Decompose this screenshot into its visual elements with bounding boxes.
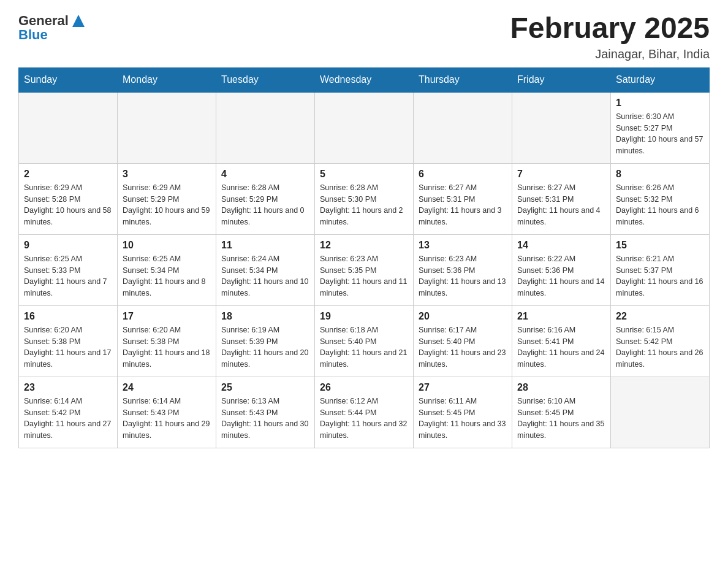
calendar-cell: 12Sunrise: 6:23 AM Sunset: 5:35 PM Dayli… [315, 234, 414, 305]
day-info: Sunrise: 6:27 AM Sunset: 5:31 PM Dayligh… [517, 182, 605, 228]
calendar-cell: 14Sunrise: 6:22 AM Sunset: 5:36 PM Dayli… [512, 234, 611, 305]
weekday-header-tuesday: Tuesday [216, 67, 315, 92]
weekday-header-friday: Friday [512, 67, 611, 92]
day-number: 4 [221, 169, 309, 180]
calendar-cell [512, 92, 611, 164]
day-number: 23 [24, 382, 112, 393]
day-info: Sunrise: 6:23 AM Sunset: 5:36 PM Dayligh… [419, 253, 507, 299]
calendar-cell: 27Sunrise: 6:11 AM Sunset: 5:45 PM Dayli… [414, 377, 512, 448]
calendar-cell [118, 92, 216, 164]
calendar-cell [414, 92, 512, 164]
day-info: Sunrise: 6:22 AM Sunset: 5:36 PM Dayligh… [517, 253, 605, 299]
day-number: 18 [221, 311, 309, 322]
calendar-cell: 4Sunrise: 6:28 AM Sunset: 5:29 PM Daylig… [216, 163, 315, 234]
day-number: 16 [24, 311, 112, 322]
calendar-cell: 20Sunrise: 6:17 AM Sunset: 5:40 PM Dayli… [414, 305, 512, 377]
calendar-cell: 5Sunrise: 6:28 AM Sunset: 5:30 PM Daylig… [315, 163, 414, 234]
day-number: 26 [320, 382, 408, 393]
day-number: 9 [24, 240, 112, 251]
calendar-cell: 24Sunrise: 6:14 AM Sunset: 5:43 PM Dayli… [118, 377, 216, 448]
day-info: Sunrise: 6:18 AM Sunset: 5:40 PM Dayligh… [320, 324, 408, 370]
week-row-3: 9Sunrise: 6:25 AM Sunset: 5:33 PM Daylig… [19, 234, 710, 305]
week-row-1: 1Sunrise: 6:30 AM Sunset: 5:27 PM Daylig… [19, 92, 710, 164]
day-info: Sunrise: 6:16 AM Sunset: 5:41 PM Dayligh… [517, 324, 605, 370]
day-info: Sunrise: 6:23 AM Sunset: 5:35 PM Dayligh… [320, 253, 408, 299]
calendar-cell: 3Sunrise: 6:29 AM Sunset: 5:29 PM Daylig… [118, 163, 216, 234]
day-info: Sunrise: 6:28 AM Sunset: 5:30 PM Dayligh… [320, 182, 408, 228]
day-number: 12 [320, 240, 408, 251]
calendar-cell: 25Sunrise: 6:13 AM Sunset: 5:43 PM Dayli… [216, 377, 315, 448]
day-info: Sunrise: 6:19 AM Sunset: 5:39 PM Dayligh… [221, 324, 309, 370]
calendar-cell: 7Sunrise: 6:27 AM Sunset: 5:31 PM Daylig… [512, 163, 611, 234]
day-number: 7 [517, 169, 605, 180]
calendar-cell: 10Sunrise: 6:25 AM Sunset: 5:34 PM Dayli… [118, 234, 216, 305]
calendar-cell: 13Sunrise: 6:23 AM Sunset: 5:36 PM Dayli… [414, 234, 512, 305]
calendar-cell [216, 92, 315, 164]
day-info: Sunrise: 6:20 AM Sunset: 5:38 PM Dayligh… [123, 324, 211, 370]
weekday-header-sunday: Sunday [19, 67, 118, 92]
day-info: Sunrise: 6:14 AM Sunset: 5:43 PM Dayligh… [123, 396, 211, 442]
logo-icon [70, 12, 87, 29]
day-info: Sunrise: 6:27 AM Sunset: 5:31 PM Dayligh… [419, 182, 507, 228]
calendar-cell [19, 92, 118, 164]
day-info: Sunrise: 6:10 AM Sunset: 5:45 PM Dayligh… [517, 396, 605, 442]
calendar-cell: 2Sunrise: 6:29 AM Sunset: 5:28 PM Daylig… [19, 163, 118, 234]
weekday-header-saturday: Saturday [611, 67, 710, 92]
day-number: 20 [419, 311, 507, 322]
week-row-2: 2Sunrise: 6:29 AM Sunset: 5:28 PM Daylig… [19, 163, 710, 234]
day-number: 15 [616, 240, 704, 251]
calendar-cell: 28Sunrise: 6:10 AM Sunset: 5:45 PM Dayli… [512, 377, 611, 448]
week-row-5: 23Sunrise: 6:14 AM Sunset: 5:42 PM Dayli… [19, 377, 710, 448]
day-number: 14 [517, 240, 605, 251]
logo: General Blue [18, 12, 87, 43]
day-info: Sunrise: 6:20 AM Sunset: 5:38 PM Dayligh… [24, 324, 112, 370]
day-info: Sunrise: 6:25 AM Sunset: 5:34 PM Dayligh… [123, 253, 211, 299]
day-number: 3 [123, 169, 211, 180]
calendar-cell: 16Sunrise: 6:20 AM Sunset: 5:38 PM Dayli… [19, 305, 118, 377]
weekday-header-row: SundayMondayTuesdayWednesdayThursdayFrid… [19, 67, 710, 92]
calendar-cell: 23Sunrise: 6:14 AM Sunset: 5:42 PM Dayli… [19, 377, 118, 448]
day-info: Sunrise: 6:15 AM Sunset: 5:42 PM Dayligh… [616, 324, 704, 370]
day-number: 11 [221, 240, 309, 251]
day-info: Sunrise: 6:24 AM Sunset: 5:34 PM Dayligh… [221, 253, 309, 299]
day-info: Sunrise: 6:25 AM Sunset: 5:33 PM Dayligh… [24, 253, 112, 299]
day-number: 2 [24, 169, 112, 180]
calendar-cell: 9Sunrise: 6:25 AM Sunset: 5:33 PM Daylig… [19, 234, 118, 305]
day-info: Sunrise: 6:14 AM Sunset: 5:42 PM Dayligh… [24, 396, 112, 442]
day-number: 22 [616, 311, 704, 322]
day-number: 8 [616, 169, 704, 180]
day-info: Sunrise: 6:29 AM Sunset: 5:29 PM Dayligh… [123, 182, 211, 228]
svg-marker-0 [72, 15, 85, 27]
location-text: Jainagar, Bihar, India [510, 47, 710, 61]
calendar-cell: 11Sunrise: 6:24 AM Sunset: 5:34 PM Dayli… [216, 234, 315, 305]
day-number: 21 [517, 311, 605, 322]
day-info: Sunrise: 6:13 AM Sunset: 5:43 PM Dayligh… [221, 396, 309, 442]
day-info: Sunrise: 6:21 AM Sunset: 5:37 PM Dayligh… [616, 253, 704, 299]
calendar-cell: 15Sunrise: 6:21 AM Sunset: 5:37 PM Dayli… [611, 234, 710, 305]
calendar-cell: 1Sunrise: 6:30 AM Sunset: 5:27 PM Daylig… [611, 92, 710, 164]
day-number: 19 [320, 311, 408, 322]
calendar-cell: 6Sunrise: 6:27 AM Sunset: 5:31 PM Daylig… [414, 163, 512, 234]
calendar-cell: 21Sunrise: 6:16 AM Sunset: 5:41 PM Dayli… [512, 305, 611, 377]
calendar-table: SundayMondayTuesdayWednesdayThursdayFrid… [18, 67, 710, 448]
calendar-cell [611, 377, 710, 448]
calendar-cell [315, 92, 414, 164]
day-info: Sunrise: 6:12 AM Sunset: 5:44 PM Dayligh… [320, 396, 408, 442]
calendar-cell: 26Sunrise: 6:12 AM Sunset: 5:44 PM Dayli… [315, 377, 414, 448]
calendar-cell: 17Sunrise: 6:20 AM Sunset: 5:38 PM Dayli… [118, 305, 216, 377]
day-info: Sunrise: 6:30 AM Sunset: 5:27 PM Dayligh… [616, 111, 704, 157]
weekday-header-thursday: Thursday [414, 67, 512, 92]
calendar-cell: 19Sunrise: 6:18 AM Sunset: 5:40 PM Dayli… [315, 305, 414, 377]
page-header: General Blue February 2025 Jainagar, Bih… [18, 12, 710, 61]
day-info: Sunrise: 6:29 AM Sunset: 5:28 PM Dayligh… [24, 182, 112, 228]
day-number: 25 [221, 382, 309, 393]
weekday-header-wednesday: Wednesday [315, 67, 414, 92]
day-number: 24 [123, 382, 211, 393]
title-block: February 2025 Jainagar, Bihar, India [510, 12, 710, 61]
calendar-cell: 22Sunrise: 6:15 AM Sunset: 5:42 PM Dayli… [611, 305, 710, 377]
logo-blue-text: Blue [18, 27, 48, 43]
day-info: Sunrise: 6:17 AM Sunset: 5:40 PM Dayligh… [419, 324, 507, 370]
day-number: 27 [419, 382, 507, 393]
day-number: 6 [419, 169, 507, 180]
calendar-cell: 8Sunrise: 6:26 AM Sunset: 5:32 PM Daylig… [611, 163, 710, 234]
